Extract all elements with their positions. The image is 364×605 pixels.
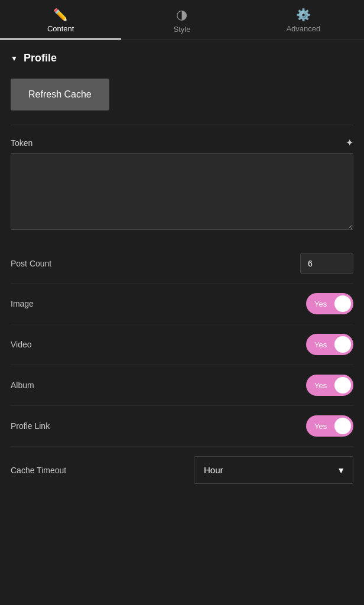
token-label-row: Token ✦ [11, 137, 353, 148]
section-title: Profile [24, 52, 57, 64]
tab-advanced[interactable]: ⚙️ Advanced [243, 0, 364, 40]
chevron-down-icon: ▼ [11, 54, 18, 63]
gear-icon: ⚙️ [296, 9, 311, 21]
album-label: Album [11, 380, 34, 390]
cache-timeout-row: Cache Timeout Hour Minute Day Week Never… [11, 447, 353, 493]
image-toggle-knob [334, 295, 351, 312]
video-toggle[interactable]: Yes [306, 334, 353, 355]
section-header: ▼ Profile [11, 52, 353, 64]
tab-style[interactable]: ◑ Style [121, 0, 242, 40]
video-toggle-knob [334, 336, 351, 353]
profile-link-toggle-knob [334, 418, 351, 434]
sparkle-icon[interactable]: ✦ [346, 137, 353, 148]
tab-style-label: Style [174, 25, 191, 34]
image-label: Image [11, 299, 34, 308]
profile-link-toggle[interactable]: Yes [306, 415, 353, 437]
cache-timeout-label: Cache Timeout [11, 466, 66, 475]
tab-content-label: Content [47, 24, 74, 33]
tab-bar: ✏️ Content ◑ Style ⚙️ Advanced [0, 0, 364, 40]
video-label: Video [11, 340, 32, 349]
image-toggle-text: Yes [314, 300, 327, 308]
post-count-label: Post Count [11, 259, 51, 268]
token-input[interactable] [11, 153, 353, 230]
profile-link-toggle-text: Yes [314, 422, 327, 431]
divider [11, 125, 353, 125]
refresh-cache-button[interactable]: Refresh Cache [11, 79, 109, 110]
image-row: Image Yes [11, 284, 353, 324]
video-row: Video Yes [11, 324, 353, 365]
profile-link-label: Profle Link [11, 421, 50, 431]
content-icon: ✏️ [53, 9, 68, 21]
album-toggle-text: Yes [314, 381, 327, 390]
tab-advanced-label: Advanced [286, 24, 320, 33]
image-toggle[interactable]: Yes [306, 293, 353, 314]
cache-timeout-select[interactable]: Hour Minute Day Week Never [194, 456, 353, 484]
style-icon: ◑ [176, 8, 187, 21]
token-field-row: Token ✦ [11, 137, 353, 232]
album-row: Album Yes [11, 365, 353, 406]
cache-timeout-dropdown-container: Hour Minute Day Week Never ▼ [194, 456, 353, 484]
post-count-row: Post Count [11, 244, 353, 284]
profile-link-row: Profle Link Yes [11, 406, 353, 447]
album-toggle[interactable]: Yes [306, 375, 353, 396]
album-toggle-knob [334, 377, 351, 393]
token-label: Token [11, 138, 32, 148]
video-toggle-text: Yes [314, 340, 327, 349]
tab-content[interactable]: ✏️ Content [0, 0, 121, 40]
content-area: ▼ Profile Refresh Cache Token ✦ Post Cou… [0, 40, 364, 505]
post-count-input[interactable] [300, 253, 353, 274]
